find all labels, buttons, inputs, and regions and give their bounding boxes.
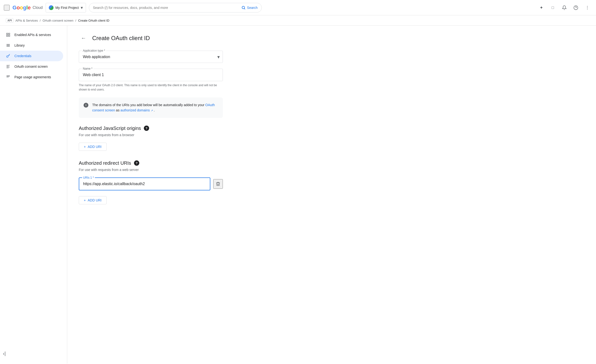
cloud-shell-button[interactable]: □ (548, 3, 558, 13)
back-button[interactable]: ← (79, 33, 88, 43)
more-vertical-icon (585, 5, 590, 10)
back-arrow-icon: ← (81, 35, 86, 41)
top-nav: Google Cloud My First Project ▾ Search ✦… (0, 0, 596, 15)
application-type-select[interactable]: Web application Android iOS Desktop app … (79, 51, 223, 63)
info-box: i The domains of the URIs you add below … (79, 97, 223, 118)
plus-icon: + (84, 145, 86, 149)
name-label: Name (82, 67, 93, 70)
api-badge: API (6, 18, 14, 22)
page-header: ← Create OAuth client ID (79, 33, 584, 43)
application-type-label: Application type (82, 49, 106, 52)
page-title: Create OAuth client ID (92, 35, 150, 42)
breadcrumb: API APIs & Services / OAuth consent scre… (0, 15, 596, 26)
search-input[interactable] (93, 6, 239, 10)
library-icon (6, 43, 11, 48)
svg-point-5 (587, 7, 588, 8)
key-icon (6, 53, 11, 58)
project-icon (49, 5, 53, 10)
chevron-down-icon: ▾ (81, 5, 83, 10)
js-origins-description: For use with requests from a browser (79, 133, 223, 137)
redirect-uris-section: Authorized redirect URIs ? For use with … (79, 160, 223, 204)
js-origins-help-icon[interactable]: ? (144, 126, 149, 131)
js-origins-title: Authorized JavaScript origins (79, 126, 141, 131)
sidebar-label-credentials: Credentials (15, 54, 31, 58)
notifications-button[interactable] (559, 3, 569, 13)
breadcrumb-current: Create OAuth client ID (78, 19, 109, 22)
ai-icon: ✦ (540, 5, 543, 10)
sidebar-label-enabled-apis: Enabled APIs & services (15, 33, 51, 37)
name-helper-text: The name of your OAuth 2.0 client. This … (79, 83, 223, 92)
uri-field-wrapper-1: URIs 1 * (79, 178, 210, 190)
authorized-domains-link[interactable]: authorized domains ↗ (120, 108, 154, 112)
breadcrumb-apis-services[interactable]: APIs & Services (15, 19, 38, 22)
redirect-uris-title: Authorized redirect URIs (79, 160, 131, 166)
svg-point-6 (587, 9, 588, 9)
uri-field-label: URIs 1 * (82, 176, 95, 179)
add-js-origin-button[interactable]: + ADD URI (79, 143, 107, 151)
svg-rect-7 (7, 33, 8, 34)
sidebar-item-credentials[interactable]: Credentials (0, 51, 63, 61)
search-icon (241, 6, 246, 10)
layout: Enabled APIs & services Library Credenti… (0, 26, 596, 364)
help-button[interactable] (571, 3, 581, 13)
bell-icon (562, 5, 567, 10)
info-icon: i (83, 103, 88, 108)
page-usage-icon (6, 75, 11, 80)
grid-icon (6, 32, 11, 37)
sidebar-label-library: Library (15, 44, 25, 47)
sidebar-item-enabled-apis[interactable]: Enabled APIs & services (0, 30, 63, 40)
svg-point-0 (242, 6, 245, 9)
js-origins-title-row: Authorized JavaScript origins ? (79, 126, 223, 131)
redirect-uris-help-icon[interactable]: ? (134, 160, 139, 166)
redirect-uris-description: For use with requests from a web server (79, 168, 223, 172)
help-icon (574, 5, 578, 10)
svg-line-1 (244, 8, 245, 9)
application-type-field: Application type Web application Android… (79, 51, 223, 63)
logo-cloud-text: Cloud (33, 6, 43, 10)
more-options-button[interactable] (582, 3, 592, 13)
svg-point-4 (587, 6, 588, 7)
project-name: My First Project (55, 6, 79, 10)
collapse-icon: ‹| (3, 351, 6, 356)
sidebar-item-library[interactable]: Library (0, 40, 63, 51)
add-js-origin-label: ADD URI (88, 145, 102, 149)
sidebar-item-page-usage[interactable]: Page usage agreements (0, 72, 63, 82)
add-redirect-uri-button[interactable]: + ADD URI (79, 196, 107, 204)
redirect-uris-title-row: Authorized redirect URIs ? (79, 160, 223, 166)
ai-icon-button[interactable]: ✦ (536, 3, 546, 13)
add-redirect-uri-label: ADD URI (88, 198, 102, 202)
info-box-text: The domains of the URIs you add below wi… (92, 102, 218, 113)
breadcrumb-oauth-consent[interactable]: OAuth consent screen (43, 19, 74, 22)
sidebar-label-oauth: OAuth consent screen (15, 65, 48, 68)
hamburger-menu[interactable] (4, 5, 10, 11)
form-section: Application type Web application Android… (79, 51, 223, 204)
search-button[interactable]: Search (241, 6, 258, 10)
delete-uri-button-1[interactable] (213, 179, 223, 189)
terminal-icon: □ (551, 6, 554, 10)
name-field-wrapper: Name (79, 69, 223, 81)
name-input[interactable] (79, 69, 223, 81)
plus-icon-2: + (84, 198, 86, 202)
svg-point-15 (7, 56, 8, 57)
sidebar: Enabled APIs & services Library Credenti… (0, 26, 67, 364)
oauth-icon (6, 64, 11, 69)
search-bar: Search (89, 3, 262, 13)
sidebar-item-oauth-consent[interactable]: OAuth consent screen (0, 61, 63, 72)
svg-rect-10 (9, 35, 10, 37)
nav-icons: ✦ □ (536, 3, 592, 13)
js-origins-section: Authorized JavaScript origins ? For use … (79, 126, 223, 151)
sidebar-label-page-usage: Page usage agreements (15, 75, 51, 79)
svg-rect-9 (7, 35, 8, 37)
project-selector[interactable]: My First Project ▾ (46, 3, 86, 13)
name-field: Name The name of your OAuth 2.0 client. … (79, 69, 223, 92)
external-link-icon: ↗ (151, 109, 153, 112)
application-type-select-wrapper: Application type Web application Android… (79, 51, 223, 63)
google-cloud-logo[interactable]: Google Cloud (13, 5, 43, 11)
svg-rect-8 (9, 33, 10, 34)
collapse-sidebar-button[interactable]: ‹| (0, 349, 9, 358)
uri-input-row-1: URIs 1 * (79, 178, 223, 190)
main-content: ← Create OAuth client ID Application typ… (67, 26, 596, 364)
trash-icon (216, 182, 220, 186)
uri-input-1[interactable] (79, 178, 210, 190)
